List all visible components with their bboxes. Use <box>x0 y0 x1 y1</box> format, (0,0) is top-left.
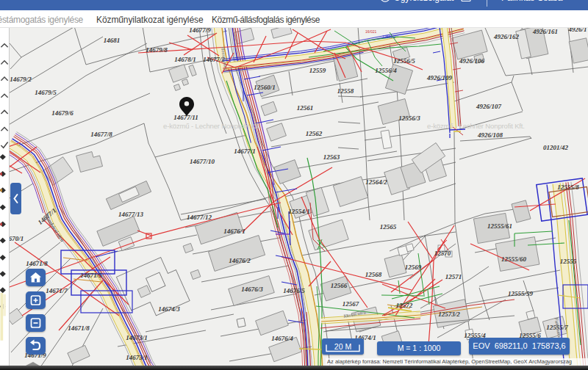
svg-text:12560/1: 12560/1 <box>254 84 276 91</box>
svg-text:14674/3: 14674/3 <box>158 305 180 313</box>
svg-text:12561/2: 12561/2 <box>382 35 395 39</box>
svg-text:12559: 12559 <box>309 67 326 74</box>
svg-text:14671/5: 14671/5 <box>80 272 102 279</box>
svg-text:4926/107: 4926/107 <box>476 103 502 110</box>
svg-text:14681: 14681 <box>104 37 121 44</box>
svg-text:20 M: 20 M <box>334 342 351 351</box>
svg-text:12562: 12562 <box>306 130 323 137</box>
svg-text:670/1: 670/1 <box>9 235 24 242</box>
svg-text:14679/2: 14679/2 <box>10 76 32 83</box>
svg-text:12556/4: 12556/4 <box>375 67 397 74</box>
svg-text:4926/162: 4926/162 <box>493 33 520 40</box>
svg-text:14677/13: 14677/13 <box>118 211 144 218</box>
svg-text:14677/10: 14677/10 <box>190 158 215 165</box>
svg-text:01201/42: 01201/42 <box>543 144 569 151</box>
svg-text:14671/8: 14671/8 <box>26 260 48 267</box>
svg-text:12555/61: 12555/61 <box>487 222 512 230</box>
svg-text:12566: 12566 <box>331 282 348 289</box>
svg-text:12555/59: 12555/59 <box>508 290 534 297</box>
svg-text:14679/8: 14679/8 <box>146 46 168 54</box>
svg-text:e-közmű - Lechner Nonprofit Kf: e-közmű - Lechner Nonprofit Kft. <box>163 122 261 130</box>
svg-text:12568: 12568 <box>365 271 382 278</box>
svg-text:14676/5: 14676/5 <box>283 287 305 294</box>
svg-text:14671/7: 14671/7 <box>46 287 68 294</box>
svg-text:e-közmű - Lechner Nonprofit Kf: e-közmű - Lechner Nonprofit Kft. <box>427 122 525 130</box>
svg-text:12573/2: 12573/2 <box>438 311 460 318</box>
svg-text:16/021: 16/021 <box>365 29 377 34</box>
svg-text:14673/1: 14673/1 <box>126 354 148 361</box>
svg-text:12555/60: 12555/60 <box>501 255 527 263</box>
svg-text:14673/1: 14673/1 <box>126 334 148 341</box>
svg-text:14679/6: 14679/6 <box>51 109 74 117</box>
svg-text:12556/3: 12556/3 <box>398 115 420 122</box>
svg-text:12563: 12563 <box>323 153 340 161</box>
svg-text:14677/12: 14677/12 <box>187 214 212 221</box>
svg-text:12554/1: 12554/1 <box>288 208 310 215</box>
svg-text:4926/109: 4926/109 <box>426 74 453 81</box>
svg-text:14679/5: 14679/5 <box>35 89 57 96</box>
svg-text:12555/8: 12555/8 <box>557 184 579 191</box>
svg-text:14676/3: 14676/3 <box>241 286 263 293</box>
svg-text:12571: 12571 <box>445 273 462 280</box>
svg-text:12555: 12555 <box>560 258 577 265</box>
svg-text:12558: 12558 <box>337 87 354 95</box>
svg-text:14676/4: 14676/4 <box>271 335 293 342</box>
svg-text:12556/5: 12556/5 <box>393 57 415 65</box>
svg-text:14676/1: 14676/1 <box>223 228 245 235</box>
svg-text:14678/1: 14678/1 <box>174 56 196 63</box>
svg-text:12570: 12570 <box>434 250 451 257</box>
svg-text:12565: 12565 <box>380 223 397 231</box>
svg-text:14671/8: 14671/8 <box>68 324 90 332</box>
svg-text:12567: 12567 <box>343 300 359 308</box>
svg-text:4926/161: 4926/161 <box>532 28 558 35</box>
svg-text:14677/8: 14677/8 <box>90 131 112 138</box>
svg-text:12569: 12569 <box>405 264 422 271</box>
svg-text:4926/108: 4926/108 <box>477 131 503 139</box>
svg-text:12561: 12561 <box>297 104 314 112</box>
svg-text:14676/2: 14676/2 <box>229 257 251 264</box>
svg-text:12564/2: 12564/2 <box>365 178 387 186</box>
svg-text:14677/1: 14677/1 <box>234 148 256 155</box>
svg-text:12572: 12572 <box>396 302 413 309</box>
svg-text:4926/106: 4926/106 <box>459 57 485 65</box>
